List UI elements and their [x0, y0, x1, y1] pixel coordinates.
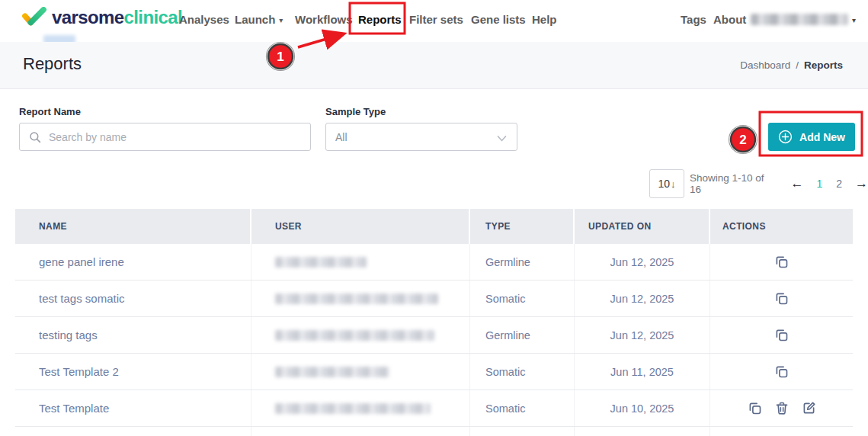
- report-type: Somatic: [485, 293, 525, 305]
- actions-cell: [710, 244, 853, 280]
- sample-type-label: Sample Type: [325, 106, 386, 117]
- nav-item-analyses[interactable]: Analyses: [179, 13, 229, 26]
- nav-item-reports[interactable]: Reports: [358, 13, 402, 26]
- report-updated: Jun 12, 2025: [610, 293, 674, 305]
- report-type: Somatic: [485, 402, 525, 415]
- table-row: Test Template 2 Somatic Jun 11, 2025: [15, 354, 853, 390]
- user-menu-caret-icon[interactable]: ▾: [852, 16, 856, 24]
- brand-name-primary: varsome: [52, 7, 124, 27]
- report-name-link[interactable]: gene panel irene: [39, 255, 124, 268]
- report-name-link[interactable]: test tags somatic: [39, 292, 125, 305]
- report-updated: Jun 10, 2025: [610, 402, 674, 415]
- report-updated: Jun 12, 2025: [610, 256, 674, 268]
- actions-cell: [710, 281, 853, 316]
- table-header-row: NAME USER TYPE UPDATED ON ACTIONS: [15, 209, 853, 244]
- report-name-link[interactable]: testing tags: [39, 329, 98, 341]
- report-type: Somatic: [485, 366, 525, 378]
- plus-circle-icon: [778, 130, 793, 144]
- report-name-label: Report Name: [19, 106, 81, 117]
- report-type: Germline: [485, 329, 530, 341]
- pagination: Showing 1-10 of 16 ← 1 2 →: [690, 169, 868, 198]
- table-row: Test Template Somatic Jun 10, 2025: [15, 390, 853, 427]
- actions-cell: [710, 354, 853, 390]
- sample-type-value: All: [335, 131, 348, 143]
- breadcrumb-dashboard-link[interactable]: Dashboard: [740, 59, 790, 71]
- actions-cell: [710, 317, 853, 353]
- copy-icon[interactable]: [774, 290, 790, 306]
- add-new-button[interactable]: Add New: [768, 123, 855, 151]
- table-body: gene panel irene Germline Jun 12, 2025 t…: [15, 244, 853, 427]
- copy-icon[interactable]: [774, 254, 790, 270]
- step2-number: 2: [739, 133, 746, 147]
- brand-name-secondary: clinical: [124, 7, 183, 27]
- table-row: testing tags Germline Jun 12, 2025: [15, 317, 853, 354]
- nav-item-help[interactable]: Help: [532, 13, 557, 26]
- nav-item-gene-lists[interactable]: Gene lists: [471, 13, 526, 26]
- arrow-down-icon: ↓: [671, 178, 676, 190]
- report-name-link[interactable]: Test Template: [39, 402, 109, 415]
- page-number-2[interactable]: 2: [836, 178, 842, 190]
- pagination-summary: Showing 1-10 of 16: [690, 172, 775, 195]
- column-header-actions: ACTIONS: [710, 209, 853, 244]
- redacted-user: [275, 403, 431, 414]
- page-title: Reports: [23, 54, 82, 74]
- edit-icon[interactable]: [801, 400, 817, 416]
- top-navbar: varsomeclinical Analyses Launch▾ Workflo…: [0, 0, 868, 42]
- redacted-user: [275, 367, 389, 377]
- column-header-name: NAME: [15, 209, 251, 244]
- report-name-link[interactable]: Test Template 2: [39, 365, 119, 378]
- redacted-user: [275, 293, 438, 304]
- chevron-down-icon: ▾: [279, 16, 283, 24]
- delete-icon[interactable]: [774, 400, 790, 416]
- copy-icon[interactable]: [747, 400, 763, 416]
- page-number-1[interactable]: 1: [816, 178, 822, 190]
- redacted-username[interactable]: [751, 14, 848, 25]
- table-row: test tags somatic Somatic Jun 12, 2025: [15, 281, 853, 317]
- page-size-value: 10: [658, 178, 670, 190]
- chevron-down-icon: [496, 133, 508, 146]
- breadcrumb-separator: /: [796, 59, 799, 71]
- nav-item-about[interactable]: About: [713, 13, 746, 26]
- next-page-arrow-icon[interactable]: →: [855, 176, 868, 191]
- nav-item-tags[interactable]: Tags: [681, 13, 706, 26]
- column-header-user: USER: [251, 209, 470, 244]
- table-row-partial: [15, 427, 853, 436]
- step2-badge: [731, 127, 755, 152]
- redacted-user: [275, 330, 434, 341]
- page-header-band: Reports Dashboard / Reports: [0, 42, 868, 89]
- table-row: gene panel irene Germline Jun 12, 2025: [15, 244, 853, 281]
- search-icon: [28, 130, 42, 147]
- reports-table: NAME USER TYPE UPDATED ON ACTIONS gene p…: [15, 209, 853, 436]
- breadcrumb-current: Reports: [804, 59, 843, 71]
- nav-item-filter-sets[interactable]: Filter sets: [409, 13, 463, 26]
- actions-cell: [710, 390, 853, 426]
- redacted-user: [275, 257, 367, 268]
- page-size-selector[interactable]: 10 ↓: [649, 169, 684, 198]
- breadcrumb: Dashboard / Reports: [740, 59, 843, 71]
- report-updated: Jun 12, 2025: [610, 329, 674, 341]
- sample-type-select[interactable]: All: [325, 123, 517, 151]
- nav-item-launch[interactable]: Launch▾: [235, 13, 283, 26]
- copy-icon[interactable]: [774, 327, 790, 343]
- search-input[interactable]: [47, 123, 306, 150]
- column-header-updated: UPDATED ON: [575, 209, 710, 244]
- report-type: Germline: [485, 256, 530, 268]
- report-name-search: [19, 123, 311, 151]
- report-updated: Jun 11, 2025: [610, 366, 674, 378]
- add-new-label: Add New: [799, 131, 845, 143]
- logo-checkmark-icon: [21, 7, 47, 28]
- column-header-type: TYPE: [470, 209, 575, 244]
- prev-page-arrow-icon[interactable]: ←: [790, 176, 803, 191]
- copy-icon[interactable]: [774, 364, 790, 380]
- nav-item-workflows[interactable]: Workflows: [295, 13, 353, 26]
- varsome-clinical-logo[interactable]: varsomeclinical: [21, 7, 182, 28]
